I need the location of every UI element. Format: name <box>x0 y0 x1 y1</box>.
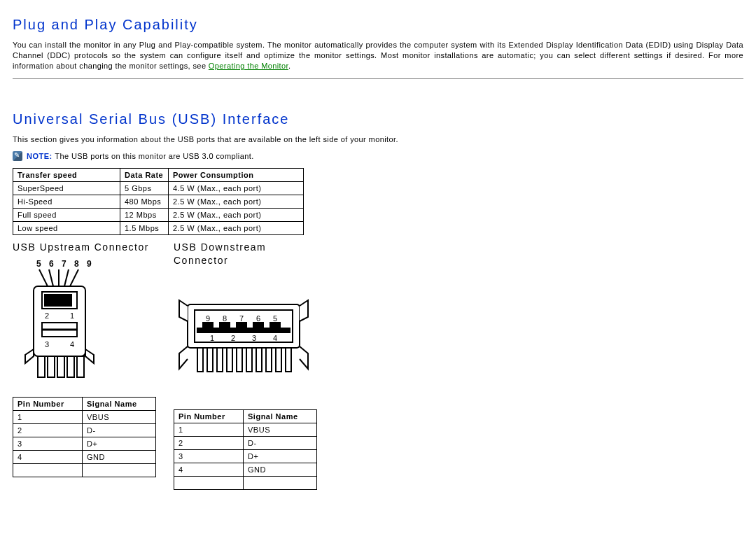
cell: 4 <box>174 463 244 476</box>
table-row: Full speed 12 Mbps 2.5 W (Max., each por… <box>13 209 304 222</box>
svg-rect-30 <box>220 323 230 327</box>
svg-text:3: 3 <box>252 334 257 342</box>
svg-text:2: 2 <box>231 334 236 342</box>
svg-line-4 <box>70 269 78 286</box>
note-label: NOTE: <box>27 152 52 160</box>
svg-rect-21 <box>77 356 84 377</box>
cell: D- <box>83 423 156 437</box>
svg-text:5: 5 <box>273 314 278 323</box>
usb-upstream-pin-table: Pin Number Signal Name 1VBUS 2D- 3D+ 4GN… <box>13 397 156 477</box>
svg-line-0 <box>39 269 48 286</box>
th-signal-name: Signal Name <box>244 409 317 423</box>
note-icon <box>13 151 22 161</box>
svg-text:2: 2 <box>45 311 50 320</box>
table-row <box>13 463 156 477</box>
note-row: NOTE: The USB ports on this monitor are … <box>13 151 743 161</box>
cell: VBUS <box>244 423 317 436</box>
table-row: 2D- <box>13 423 156 437</box>
svg-rect-9 <box>59 295 64 306</box>
svg-text:3: 3 <box>45 340 50 349</box>
cell: 2.5 W (Max., each port) <box>169 195 304 209</box>
svg-rect-32 <box>253 323 263 327</box>
cell: 1 <box>174 423 244 436</box>
cell: 3 <box>174 449 244 463</box>
th-pin-number: Pin Number <box>13 397 83 410</box>
svg-rect-45 <box>256 348 262 372</box>
svg-rect-34 <box>197 328 290 332</box>
svg-rect-42 <box>227 348 232 372</box>
cell <box>83 463 156 477</box>
svg-rect-31 <box>237 323 246 327</box>
svg-rect-43 <box>237 348 242 372</box>
cell: D+ <box>244 449 317 463</box>
th-power: Power Consumption <box>169 169 304 182</box>
cell: VBUS <box>83 410 156 423</box>
table-row: Hi-Speed 480 Mbps 2.5 W (Max., each port… <box>13 195 304 209</box>
usb-downstream-title: USB Downstream Connector <box>174 241 321 266</box>
paragraph-text-post: . <box>288 62 290 70</box>
usb-upstream-title: USB Upstream Connector <box>13 241 160 253</box>
cell: D+ <box>83 437 156 450</box>
svg-text:9: 9 <box>206 314 211 323</box>
svg-rect-46 <box>266 348 272 372</box>
section-divider <box>13 78 743 79</box>
usb-upstream-column: USB Upstream Connector 5 6 7 8 9 <box>13 239 160 477</box>
table-row: 4GND <box>13 450 156 463</box>
svg-text:1: 1 <box>70 311 75 320</box>
cell: Full speed <box>13 209 120 222</box>
svg-rect-47 <box>276 348 281 372</box>
table-header-row: Pin Number Signal Name <box>13 397 156 410</box>
cell: 4 <box>13 450 83 463</box>
usb-upstream-diagram: 5 6 7 8 9 2 1 <box>13 258 160 391</box>
table-row <box>174 476 317 489</box>
th-transfer-speed: Transfer speed <box>13 169 120 182</box>
cell <box>174 476 244 489</box>
cell: GND <box>244 463 317 476</box>
svg-rect-8 <box>52 295 57 306</box>
table-row: 4GND <box>174 463 317 476</box>
svg-rect-44 <box>246 348 252 372</box>
table-row: SuperSpeed 5 Gbps 4.5 W (Max., each port… <box>13 182 304 195</box>
table-row: 3D+ <box>13 437 156 450</box>
svg-rect-20 <box>67 356 74 377</box>
usb-interface-heading: Universal Serial Bus (USB) Interface <box>13 111 743 127</box>
usb-downstream-diagram: 9 8 7 6 5 1 2 3 4 <box>174 271 321 404</box>
table-row: 2D- <box>174 436 317 449</box>
cell: SuperSpeed <box>13 182 120 195</box>
operating-monitor-link[interactable]: Operating the Monitor <box>209 62 288 70</box>
svg-line-3 <box>64 269 69 286</box>
table-row: 1VBUS <box>13 410 156 423</box>
cell <box>13 463 83 477</box>
plug-and-play-heading: Plug and Play Capability <box>13 17 743 33</box>
cell: 5 Gbps <box>120 182 169 195</box>
th-pin-number: Pin Number <box>174 409 244 423</box>
cell: Low speed <box>13 222 120 235</box>
usb-speed-table: Transfer speed Data Rate Power Consumpti… <box>13 168 304 235</box>
svg-text:7: 7 <box>239 314 244 323</box>
svg-text:1: 1 <box>210 334 215 342</box>
cell: 2.5 W (Max., each port) <box>169 209 304 222</box>
cell: 480 Mbps <box>120 195 169 209</box>
th-data-rate: Data Rate <box>120 169 169 182</box>
svg-rect-10 <box>66 295 71 306</box>
paragraph-text-pre: You can install the monitor in any Plug … <box>13 41 743 70</box>
cell: 2 <box>174 436 244 449</box>
svg-rect-40 <box>207 348 213 372</box>
table-header-row: Transfer speed Data Rate Power Consumpti… <box>13 169 304 182</box>
table-row: 3D+ <box>174 449 317 463</box>
svg-line-1 <box>49 269 53 286</box>
svg-rect-29 <box>203 323 213 327</box>
cell: Hi-Speed <box>13 195 120 209</box>
svg-rect-39 <box>197 348 203 372</box>
svg-text:8: 8 <box>223 314 227 323</box>
usb-upstream-connector-icon: 5 6 7 8 9 2 1 <box>13 258 111 391</box>
cell: 1 <box>13 410 83 423</box>
cell: 2.5 W (Max., each port) <box>169 222 304 235</box>
note-text: The USB ports on this monitor are USB 3.… <box>55 152 253 160</box>
cell: 2 <box>13 423 83 437</box>
cell: 3 <box>13 437 83 450</box>
usb-downstream-pin-table: Pin Number Signal Name 1VBUS 2D- 3D+ 4GN… <box>174 409 317 490</box>
cell: 4.5 W (Max., each port) <box>169 182 304 195</box>
svg-rect-17 <box>38 356 45 377</box>
diagram-top-labels: 5 6 7 8 9 <box>36 259 94 269</box>
